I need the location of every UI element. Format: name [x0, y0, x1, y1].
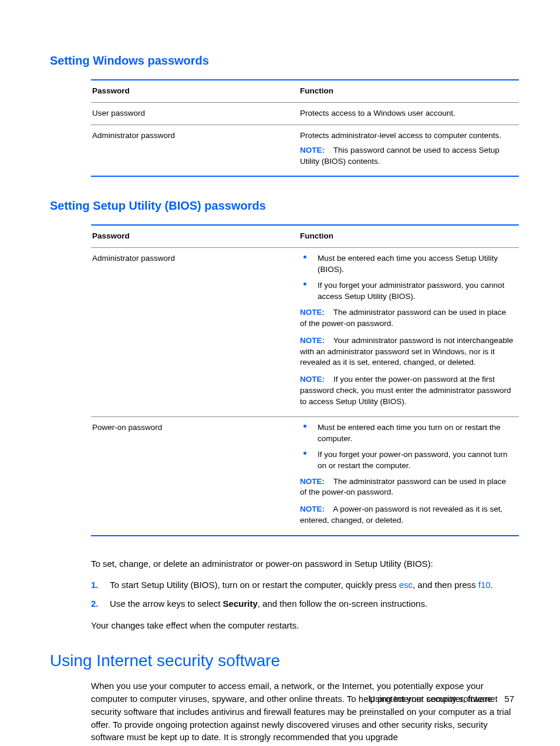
note-text: Your administrator password is not inter…	[300, 336, 513, 367]
note-label: NOTE:	[300, 146, 325, 154]
table-header-row: Password Function	[91, 80, 519, 103]
table-header-row: Password Function	[91, 226, 519, 248]
bullet-icon	[300, 449, 318, 472]
note-label: NOTE:	[300, 505, 325, 513]
table-header-password: Password	[91, 80, 299, 102]
function-text: Protects administrator-level access to c…	[300, 130, 514, 142]
note-block: NOTE: A power-on password is not reveale…	[300, 504, 514, 526]
table-header-function: Function	[299, 80, 519, 102]
bullet-text: If you forget your administrator passwor…	[318, 280, 514, 303]
note-text: The administrator password can be used i…	[300, 308, 506, 328]
bullet-icon	[300, 422, 318, 445]
note-text: The administrator password can be used i…	[300, 477, 506, 497]
heading-windows-passwords: Setting Windows passwords	[50, 53, 519, 69]
table-windows-passwords: Password Function User password Protects…	[91, 79, 519, 177]
note-label: NOTE:	[300, 375, 325, 384]
list-item: 2. Use the arrow keys to select Security…	[91, 597, 519, 611]
bullet-text: Must be entered each time you access Set…	[318, 253, 514, 275]
bullet-item: Must be entered each time you turn on or…	[300, 422, 514, 445]
password-function: Protects administrator-level access to c…	[299, 125, 519, 176]
password-function: Must be entered each time you access Set…	[299, 248, 519, 416]
bullet-text: If you forget your power-on password, yo…	[318, 449, 514, 472]
section-body: When you use your computer to access ema…	[91, 680, 519, 744]
bullet-icon	[300, 280, 318, 303]
step-number: 2.	[91, 597, 110, 611]
page-number: 57	[504, 694, 514, 704]
step-number: 1.	[91, 579, 110, 592]
heading-internet-security: Using Internet security software	[50, 650, 519, 672]
bullet-item: If you forget your administrator passwor…	[300, 280, 514, 303]
instructions-list: 1. To start Setup Utility (BIOS), turn o…	[91, 579, 519, 611]
keyboard-key-esc: esc	[399, 580, 413, 590]
note-block: NOTE: The administrator password can be …	[300, 476, 514, 499]
note-text: If you enter the power-on password at th…	[300, 375, 511, 406]
page-footer: Using Internet security software 57	[369, 693, 514, 705]
table-row: User password Protects access to a Windo…	[91, 103, 519, 125]
note-block: NOTE: The administrator password can be …	[300, 307, 514, 330]
password-function: Protects access to a Windows user accoun…	[299, 103, 519, 125]
note-label: NOTE:	[300, 477, 325, 486]
step-body: To start Setup Utility (BIOS), turn on o…	[110, 579, 519, 592]
table-header-function: Function	[299, 226, 519, 247]
note-block: NOTE: Your administrator password is not…	[300, 335, 514, 369]
menu-name-security: Security	[223, 599, 258, 609]
heading-bios-passwords: Setting Setup Utility (BIOS) passwords	[50, 198, 519, 214]
table-row: Administrator password Must be entered e…	[91, 248, 519, 417]
password-name: Administrator password	[91, 125, 299, 176]
table-row: Power-on password Must be entered each t…	[91, 417, 519, 535]
note-label: NOTE:	[300, 308, 325, 317]
step-body: Use the arrow keys to select Security, a…	[110, 597, 519, 611]
table-row: Administrator password Protects administ…	[91, 125, 519, 176]
note-label: NOTE:	[300, 336, 325, 345]
note-block: NOTE: If you enter the power-on password…	[300, 374, 514, 408]
note-block: NOTE: This password cannot be used to ac…	[300, 145, 514, 167]
instructions-intro: To set, change, or delete an administrat…	[91, 557, 519, 570]
instructions-outro: Your changes take effect when the comput…	[91, 619, 519, 632]
bullet-icon	[300, 253, 318, 275]
password-name: Administrator password	[91, 248, 299, 416]
password-function: Must be entered each time you turn on or…	[299, 417, 519, 535]
bullet-item: If you forget your power-on password, yo…	[300, 449, 514, 472]
bullet-item: Must be entered each time you access Set…	[300, 253, 514, 275]
list-item: 1. To start Setup Utility (BIOS), turn o…	[91, 579, 519, 592]
password-name: Power-on password	[91, 417, 299, 535]
table-bios-passwords: Password Function Administrator password…	[91, 224, 519, 536]
password-name: User password	[91, 103, 299, 125]
document-page: Setting Windows passwords Password Funct…	[0, 0, 560, 746]
table-header-password: Password	[91, 226, 299, 247]
footer-title: Using Internet security software	[369, 694, 492, 704]
bullet-text: Must be entered each time you turn on or…	[318, 422, 514, 445]
keyboard-key-f10: f10	[478, 580, 491, 590]
